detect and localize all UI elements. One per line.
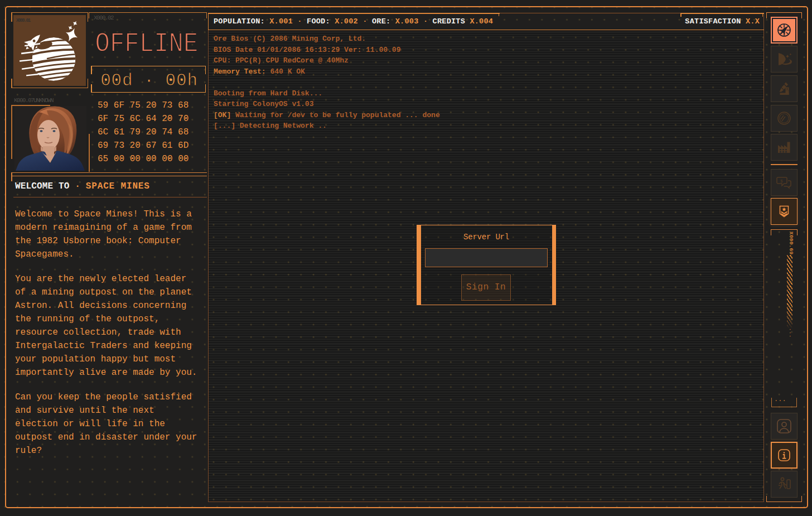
svg-text:$: $ <box>780 179 783 184</box>
